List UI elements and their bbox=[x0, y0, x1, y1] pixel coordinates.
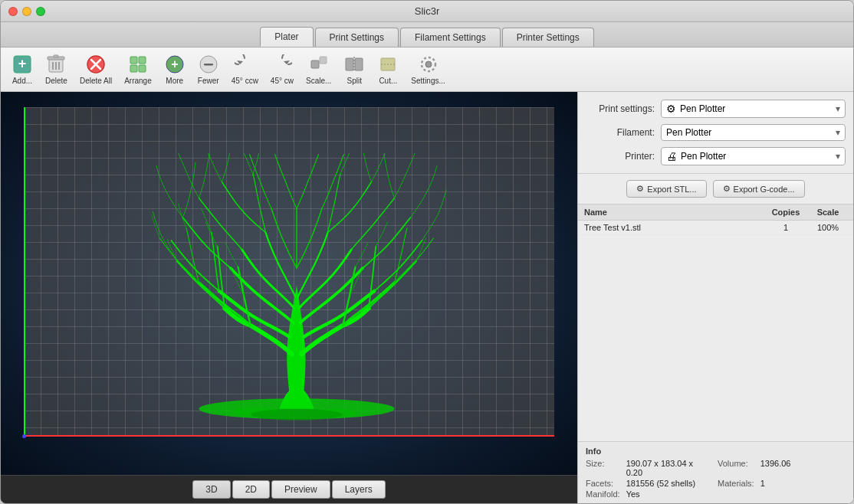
manifold-value: Yes bbox=[626, 489, 711, 499]
printer-icon: 🖨 bbox=[666, 150, 677, 162]
table-row[interactable]: Tree Test v1.stl 1 100% bbox=[578, 221, 853, 235]
rotate-cw-icon bbox=[271, 54, 293, 75]
svg-rect-21 bbox=[311, 61, 319, 68]
maximize-button[interactable] bbox=[36, 7, 45, 16]
column-copies: Copies bbox=[763, 208, 809, 217]
add-button[interactable]: + Add... bbox=[7, 51, 38, 88]
facets-label: Facets: bbox=[586, 479, 620, 488]
printer-value: Pen Plotter bbox=[681, 151, 726, 162]
scale-button[interactable]: Scale... bbox=[301, 51, 336, 88]
materials-value: 1 bbox=[760, 479, 846, 488]
export-gcode-button[interactable]: ⚙ Export G-code... bbox=[713, 180, 805, 198]
more-icon: + bbox=[164, 54, 186, 75]
main-content: 3D 2D Preview Layers Print settings: bbox=[1, 92, 853, 503]
svg-rect-14 bbox=[139, 57, 146, 64]
window-controls bbox=[8, 7, 45, 16]
info-grid: Size: 190.07 x 183.04 x 0.20 Volume: 139… bbox=[586, 459, 846, 499]
object-copies: 1 bbox=[763, 223, 809, 232]
viewmode-2d[interactable]: 2D bbox=[232, 480, 270, 499]
tree-model bbox=[62, 153, 531, 429]
size-label: Size: bbox=[586, 459, 620, 477]
more-button[interactable]: + More bbox=[159, 51, 190, 88]
column-name: Name bbox=[584, 208, 763, 217]
tab-filament-settings[interactable]: Filament Settings bbox=[400, 28, 501, 47]
manifold-label: Manifold: bbox=[586, 489, 620, 499]
svg-rect-18 bbox=[204, 64, 213, 66]
tabbar: Plater Print Settings Filament Settings … bbox=[1, 22, 853, 47]
x-axis bbox=[24, 435, 554, 437]
object-scale: 100% bbox=[809, 223, 847, 232]
volume-label: Volume: bbox=[718, 459, 754, 477]
materials-label: Materials: bbox=[718, 479, 754, 488]
facets-value: 181556 (52 shells) bbox=[626, 479, 711, 488]
delete-all-icon bbox=[85, 54, 107, 75]
print-settings-select[interactable]: ⚙ Pen Plotter ▾ bbox=[661, 100, 846, 118]
rotate-ccw-icon bbox=[234, 54, 255, 75]
settings-icon bbox=[418, 54, 439, 75]
print-settings-arrow: ▾ bbox=[836, 103, 840, 114]
object-name: Tree Test v1.stl bbox=[584, 223, 763, 232]
column-scale: Scale bbox=[809, 208, 847, 217]
print-settings-value: Pen Plotter bbox=[680, 103, 725, 114]
info-section: Info Size: 190.07 x 183.04 x 0.20 Volume… bbox=[578, 441, 853, 503]
filament-label: Filament: bbox=[586, 127, 655, 138]
tab-plater[interactable]: Plater bbox=[260, 27, 313, 47]
split-button[interactable]: Split bbox=[339, 51, 370, 88]
settings-button[interactable]: Settings... bbox=[406, 51, 449, 88]
close-button[interactable] bbox=[8, 7, 18, 16]
window-title: Slic3r bbox=[415, 5, 440, 17]
viewport[interactable] bbox=[1, 92, 577, 475]
printer-arrow: ▾ bbox=[836, 151, 840, 162]
tab-print-settings[interactable]: Print Settings bbox=[315, 28, 399, 47]
filament-value: Pen Plotter bbox=[666, 127, 711, 138]
print-settings-icon: ⚙ bbox=[666, 103, 676, 115]
svg-rect-23 bbox=[346, 58, 353, 70]
tree-svg bbox=[62, 153, 531, 429]
printer-row: Printer: 🖨 Pen Plotter ▾ bbox=[586, 147, 846, 165]
arrange-button[interactable]: Arrange bbox=[120, 51, 156, 88]
rotate-cw-button[interactable]: 45° cw bbox=[266, 51, 298, 88]
viewmode-layers[interactable]: Layers bbox=[332, 480, 386, 499]
svg-text:+: + bbox=[18, 56, 27, 71]
svg-rect-22 bbox=[320, 57, 327, 64]
object-list: Name Copies Scale Tree Test v1.stl 1 100… bbox=[578, 205, 853, 441]
object-list-header: Name Copies Scale bbox=[578, 205, 853, 221]
right-panel: Print settings: ⚙ Pen Plotter ▾ Filament… bbox=[577, 92, 853, 503]
svg-text:+: + bbox=[171, 57, 178, 70]
viewport-container: 3D 2D Preview Layers bbox=[1, 92, 577, 503]
y-axis bbox=[24, 107, 25, 437]
filament-arrow: ▾ bbox=[836, 127, 840, 138]
delete-all-button[interactable]: Delete All bbox=[75, 51, 117, 88]
svg-point-33 bbox=[251, 409, 343, 421]
export-gcode-icon: ⚙ bbox=[723, 184, 731, 194]
export-stl-button[interactable]: ⚙ Export STL... bbox=[626, 180, 706, 198]
print-settings-row: Print settings: ⚙ Pen Plotter ▾ bbox=[586, 100, 846, 118]
tab-printer-settings[interactable]: Printer Settings bbox=[502, 28, 594, 47]
settings-section: Print settings: ⚙ Pen Plotter ▾ Filament… bbox=[578, 92, 853, 174]
print-settings-label: Print settings: bbox=[586, 103, 655, 114]
svg-rect-24 bbox=[355, 58, 363, 70]
filament-select[interactable]: Pen Plotter ▾ bbox=[661, 124, 846, 141]
info-title: Info bbox=[586, 447, 846, 456]
svg-rect-12 bbox=[139, 65, 146, 72]
split-icon bbox=[343, 54, 365, 75]
viewmode-preview[interactable]: Preview bbox=[271, 480, 330, 499]
add-icon: + bbox=[11, 54, 33, 75]
minimize-button[interactable] bbox=[22, 7, 31, 16]
fewer-button[interactable]: Fewer bbox=[193, 51, 224, 88]
export-row: ⚙ Export STL... ⚙ Export G-code... bbox=[578, 174, 853, 205]
delete-icon bbox=[45, 54, 67, 75]
rotate-ccw-button[interactable]: 45° ccw bbox=[227, 51, 263, 88]
cut-button[interactable]: Cut... bbox=[373, 51, 403, 88]
printer-label: Printer: bbox=[586, 151, 655, 162]
delete-button[interactable]: Delete bbox=[41, 51, 72, 88]
filament-row: Filament: Pen Plotter ▾ bbox=[586, 124, 846, 141]
svg-point-28 bbox=[425, 61, 432, 67]
titlebar: Slic3r bbox=[1, 1, 853, 22]
axis-corner bbox=[22, 434, 26, 438]
viewmode-3d[interactable]: 3D bbox=[192, 480, 230, 499]
viewmode-bar: 3D 2D Preview Layers bbox=[1, 475, 577, 503]
volume-value: 1396.06 bbox=[760, 459, 846, 477]
svg-rect-13 bbox=[130, 57, 137, 64]
printer-select[interactable]: 🖨 Pen Plotter ▾ bbox=[661, 147, 846, 165]
